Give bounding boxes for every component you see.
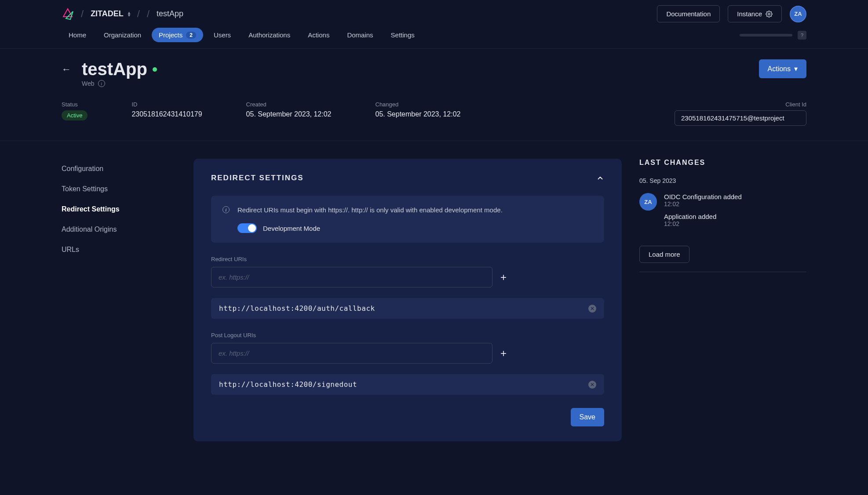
actions-button[interactable]: Actions ▾	[759, 59, 806, 78]
org-selector[interactable]: ZITADEL ▴▾	[91, 9, 130, 18]
panel-title: REDIRECT SETTINGS	[211, 174, 304, 182]
actions-label: Actions	[768, 65, 791, 73]
add-logout-uri-button[interactable]: +	[500, 347, 507, 360]
redirect-uri-chip: http://localhost:4200/auth/callback ✕	[211, 298, 604, 319]
help-chip[interactable]: ?	[798, 31, 806, 40]
chevron-up-icon[interactable]	[596, 174, 604, 182]
remove-redirect-uri-button[interactable]: ✕	[588, 305, 596, 313]
change-event-title: Application added	[664, 213, 806, 220]
redirect-uris-label: Redirect URIs	[211, 256, 604, 262]
org-name: ZITADEL	[91, 9, 124, 18]
dev-mode-toggle[interactable]	[237, 223, 257, 233]
meta-changed-value: 05. September 2023, 12:02	[376, 110, 461, 118]
nav-home[interactable]: Home	[62, 28, 93, 42]
change-event-time: 12:02	[664, 200, 806, 207]
redirect-info-text: Redirect URIs must begin with https://. …	[237, 205, 503, 215]
meta-created-value: 05. September 2023, 12:02	[246, 110, 332, 118]
app-type: Web	[82, 80, 95, 87]
sidenav-configuration[interactable]: Configuration	[62, 159, 176, 179]
redirect-uri-input[interactable]	[211, 267, 492, 288]
save-button[interactable]: Save	[571, 408, 604, 426]
nav-authorizations[interactable]: Authorizations	[241, 28, 297, 42]
nav-organization[interactable]: Organization	[97, 28, 148, 42]
meta-status-label: Status	[62, 101, 88, 108]
user-avatar[interactable]: ZA	[790, 6, 806, 22]
app-name: testApp	[82, 59, 147, 79]
divider	[639, 272, 806, 272]
back-arrow-icon[interactable]: ←	[62, 64, 71, 75]
add-redirect-uri-button[interactable]: +	[500, 271, 507, 284]
sidenav-urls[interactable]: URLs	[62, 240, 176, 260]
meta-changed-label: Changed	[376, 101, 461, 108]
logout-uris-label: Post Logout URIs	[211, 332, 604, 338]
instance-label: Instance	[737, 10, 762, 18]
client-id-field[interactable]: 230518162431475715@testproject	[675, 110, 806, 126]
documentation-label: Documentation	[666, 10, 711, 18]
sidenav-additional-origins[interactable]: Additional Origins	[62, 219, 176, 240]
breadcrumb-slash-3: /	[147, 8, 150, 20]
chevron-up-down-icon: ▴▾	[128, 11, 130, 17]
info-icon: i	[222, 206, 230, 213]
changes-title: LAST CHANGES	[639, 159, 806, 167]
change-avatar: ZA	[639, 193, 657, 211]
meta-clientid-label: Client Id	[785, 101, 806, 108]
nav-projects[interactable]: Projects 2	[152, 28, 203, 42]
logout-uri-input[interactable]	[211, 343, 492, 364]
change-date: 05. Sep 2023	[639, 177, 806, 184]
nav-domains[interactable]: Domains	[340, 28, 380, 42]
meta-id-value: 230518162431410179	[131, 110, 202, 118]
nav-actions[interactable]: Actions	[301, 28, 336, 42]
change-event-time: 12:02	[664, 220, 806, 227]
sidenav-redirect-settings[interactable]: Redirect Settings	[62, 199, 176, 219]
change-event-title: OIDC Configuration added	[664, 193, 806, 200]
logo	[62, 8, 74, 20]
nav-slider[interactable]	[740, 34, 792, 36]
documentation-button[interactable]: Documentation	[657, 5, 720, 22]
chevron-down-icon: ▾	[794, 65, 798, 73]
load-more-button[interactable]: Load more	[639, 246, 689, 263]
instance-button[interactable]: Instance	[728, 5, 782, 22]
nav-settings[interactable]: Settings	[384, 28, 422, 42]
breadcrumb-slash-1: /	[81, 8, 84, 20]
meta-id-label: ID	[131, 101, 202, 108]
nav-users[interactable]: Users	[207, 28, 238, 42]
status-dot-icon	[153, 67, 157, 72]
breadcrumb-app[interactable]: testApp	[157, 9, 183, 18]
meta-created-label: Created	[246, 101, 332, 108]
status-badge: Active	[62, 110, 88, 120]
svg-point-2	[768, 13, 770, 15]
breadcrumb-slash-2: /	[137, 8, 140, 20]
sidenav-token-settings[interactable]: Token Settings	[62, 179, 176, 199]
logout-uri-value: http://localhost:4200/signedout	[219, 380, 357, 389]
logout-uri-chip: http://localhost:4200/signedout ✕	[211, 374, 604, 395]
projects-count-badge: 2	[186, 32, 196, 39]
redirect-uri-value: http://localhost:4200/auth/callback	[219, 304, 375, 313]
dev-mode-label: Development Mode	[263, 225, 320, 232]
remove-logout-uri-button[interactable]: ✕	[588, 381, 596, 389]
svg-marker-0	[63, 9, 72, 17]
info-icon[interactable]: i	[98, 80, 105, 87]
gear-icon	[766, 11, 773, 18]
